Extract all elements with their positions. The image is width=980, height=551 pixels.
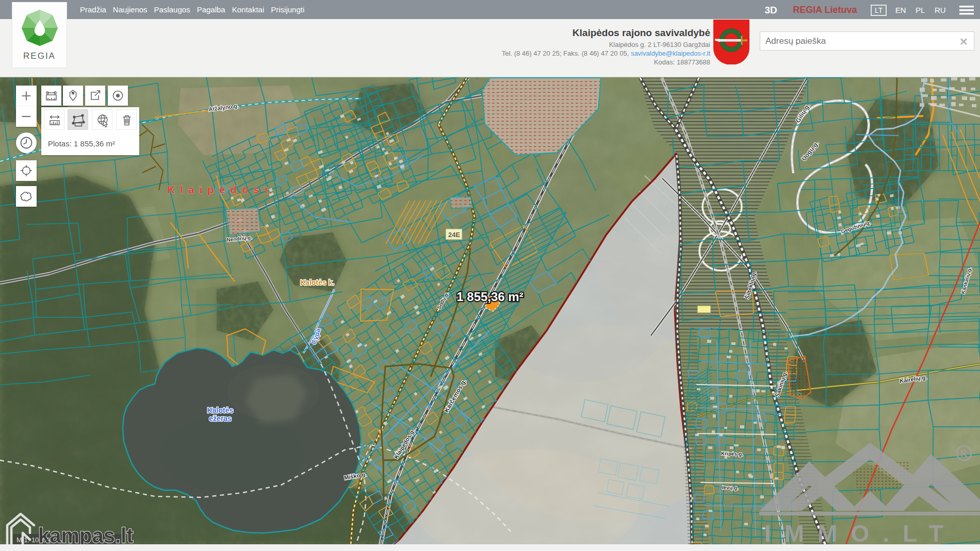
svg-text:K l a i p ė d o s r.: K l a i p ė d o s r.	[167, 183, 273, 195]
svg-text:Kripės g.: Kripės g.	[721, 450, 743, 457]
svg-text:R: R	[960, 448, 967, 459]
svg-text:Kalotės k.: Kalotės k.	[300, 278, 334, 287]
svg-text:1 855,36 m²: 1 855,36 m²	[456, 290, 523, 304]
svg-text:Ievų g.: Ievų g.	[722, 485, 739, 491]
svg-text:Kalotės: Kalotės	[207, 406, 234, 414]
svg-text:IMMO.LT: IMMO.LT	[764, 520, 957, 544]
svg-text:ežeras: ežeras	[209, 414, 232, 423]
svg-text:kampas.lt: kampas.lt	[38, 524, 134, 544]
svg-text:24E: 24E	[448, 231, 460, 239]
